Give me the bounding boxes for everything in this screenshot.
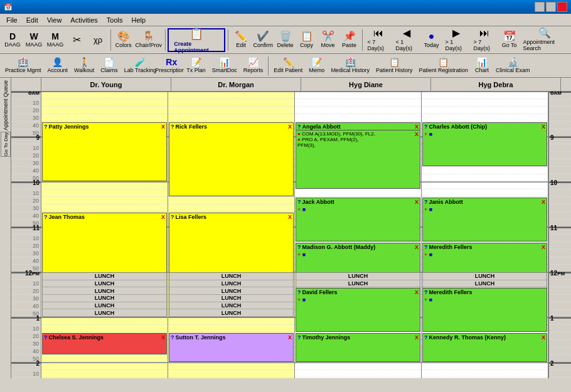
account-icon: 👤	[52, 58, 63, 66]
schedule-container: Appointment Queue Go To Day Dr. Young Dr…	[0, 78, 571, 378]
appointment-block[interactable]: ?Chelsea S. JenningsX	[42, 333, 167, 354]
menu-activities[interactable]: Activities	[67, 15, 101, 25]
col-dr-morgan[interactable]: ?Rick FellersX?Lisa FellersXLUNCHLUNCHLU…	[168, 92, 295, 378]
smartdoc-button[interactable]: 📊 SmartDoc	[210, 55, 240, 77]
maximize-button[interactable]	[546, 2, 556, 12]
move-button[interactable]: ✂️ Move	[318, 28, 338, 52]
appointment-block[interactable]: ?Rick FellersX	[169, 122, 294, 196]
toolbar-1: D DAAG W MAAG M MAAG ✂ χρ 🎨 Colors 🪑 Cha…	[0, 26, 571, 54]
minimize-button[interactable]	[535, 2, 545, 12]
next1-icon: ▶	[452, 28, 460, 38]
appointment-block[interactable]: ?Jack AbbottX+ ■	[296, 198, 420, 241]
daag-icon: D	[9, 32, 16, 41]
title-bar-controls	[535, 2, 567, 12]
scrollbar-header	[561, 78, 571, 91]
medical-history-icon: 🏥	[345, 58, 356, 66]
paste-icon: 📌	[343, 31, 356, 41]
patient-history-button[interactable]: 📋 Patient History	[373, 55, 415, 77]
maag-icon: M	[51, 32, 59, 41]
next7-icon: ⏭	[479, 28, 489, 38]
today-button[interactable]: ● Today	[421, 28, 441, 52]
wm-button[interactable]: W MAAG	[24, 28, 44, 52]
menu-edit[interactable]: Edit	[23, 15, 42, 25]
sep4	[362, 29, 363, 51]
menu-tools[interactable]: Tools	[103, 15, 127, 25]
menu-file[interactable]: File	[3, 15, 21, 25]
walkout-button[interactable]: 🚶 Walkout	[72, 55, 97, 77]
provider-dr-young: Dr. Young	[41, 78, 171, 91]
reports-icon: 📈	[248, 58, 259, 66]
confirm-button[interactable]: ✔️ Confirm	[252, 28, 274, 52]
col-hyg-debra[interactable]: ?Charles Abbott (Chip)X+ ■?Janis AbbottX…	[422, 92, 548, 378]
delete-icon: 🗑️	[279, 31, 292, 41]
prev1-button[interactable]: ◀ < 1 Day(s)	[393, 28, 420, 52]
tx-plan-icon: 📝	[191, 58, 201, 66]
appointment-block[interactable]: ?Timothy JenningsX	[296, 333, 420, 362]
create-appointment-button[interactable]: 📋 Create Appointment	[168, 28, 225, 52]
practice-mgmt-icon: 🏥	[18, 58, 28, 66]
memo-button[interactable]: 📝 Memo	[306, 55, 327, 77]
appointment-block[interactable]: ?Patty JenningsX	[42, 122, 167, 181]
next7-button[interactable]: ⏭ > 7 Day(s)	[471, 28, 498, 52]
copy-button[interactable]: 📋 Copy	[297, 28, 317, 52]
goto-button[interactable]: 📆 Go To	[499, 28, 520, 52]
scissors-button[interactable]: ✂	[67, 28, 87, 52]
provider-hyg-diane: Hyg Diane	[301, 78, 431, 91]
provider-dr-morgan: Dr. Morgan	[171, 78, 301, 91]
smartdoc-icon: 📊	[219, 58, 230, 66]
go-to-day-button[interactable]: Go To Day	[1, 132, 11, 157]
provider-headers: Dr. Young Dr. Morgan Hyg Diane Hyg Debra	[11, 78, 571, 92]
tx-plan-button[interactable]: 📝 Tx Plan	[184, 55, 208, 77]
prev7-icon: ⏮	[373, 28, 383, 38]
goto-icon: 📆	[503, 31, 516, 41]
practice-mgmt-button[interactable]: 🏥 Practice Mgmt	[3, 55, 44, 77]
patient-reg-icon: 📋	[438, 58, 449, 66]
schedule-body[interactable]: 8AM1020304050910203040501010203040501110…	[11, 92, 571, 378]
title-bar-left: 📅	[4, 3, 15, 11]
chart-button[interactable]: 📊 Chart	[472, 55, 492, 77]
appointment-block[interactable]: ?Meredith Fellers+ ■	[422, 288, 547, 332]
sep3	[228, 29, 228, 51]
reports-button[interactable]: 📈 Reports	[241, 55, 266, 77]
script-icon: χρ	[93, 36, 102, 44]
memo-icon: 📝	[311, 58, 322, 66]
appointment-block[interactable]: ?Janis AbbottX+ ■	[422, 198, 547, 241]
copy-icon: 📋	[301, 31, 313, 41]
edit-patient-icon: ✏️	[283, 58, 294, 66]
next1-button[interactable]: ▶ > 1 Day(s)	[442, 28, 469, 52]
daag-button[interactable]: D DAAG	[3, 28, 23, 52]
appointment-detail-block[interactable]: ● COM A(13,MOD), PFM(30), FL2,● PRO A, P…	[296, 130, 420, 189]
delete-button[interactable]: 🗑️ Delete	[275, 28, 296, 52]
time-column: 8AM1020304050910203040501010203040501110…	[11, 92, 41, 378]
col-hyg-diane[interactable]: ?Angela AbbottX● COM A(13,MOD), PFM(30),…	[295, 92, 422, 378]
prescriptions-button[interactable]: Rx Prescriptions	[160, 55, 183, 77]
clinical-exam-button[interactable]: 🔬 Clinical Exam	[493, 55, 533, 77]
move-icon: ✂️	[322, 31, 334, 41]
appointment-block[interactable]: ?Charles Abbott (Chip)X+ ■	[422, 122, 547, 166]
appt-search-button[interactable]: 🔍 Appointment Search	[521, 28, 568, 52]
appointment-block[interactable]: ?David FellersX+ ■	[296, 288, 420, 332]
appt-queue-label: Appointment Queue	[3, 80, 9, 130]
chair-prov-script-button[interactable]: χρ	[88, 28, 108, 52]
lab-tracking-button[interactable]: 🧪 Lab Tracking	[122, 55, 159, 77]
prev7-button[interactable]: ⏮ < 7 Day(s)	[365, 28, 392, 52]
appointment-block[interactable]: ?Sutton T. JenningsX	[169, 333, 294, 362]
close-button[interactable]	[557, 2, 567, 12]
menu-view[interactable]: View	[43, 15, 66, 25]
medical-history-button[interactable]: 🏥 Medical History	[328, 55, 372, 77]
edit-patient-button[interactable]: ✏️ Edit Patient	[271, 55, 305, 77]
col-dr-young[interactable]: ?Patty JenningsX?Jean ThomasXLUNCHLUNCHL…	[41, 92, 168, 378]
time-header	[11, 78, 41, 91]
account-button[interactable]: 👤 Account	[45, 55, 71, 77]
appointment-block[interactable]: ?Kennedy R. Thomas (Kenny)X	[422, 333, 547, 362]
chair-prov-button[interactable]: 🪑 Chair/Prov	[135, 28, 163, 52]
sep1	[110, 29, 111, 51]
claims-button[interactable]: 📄 Claims	[98, 55, 120, 77]
colors-button[interactable]: 🎨 Colors	[114, 28, 134, 52]
patient-reg-button[interactable]: 📋 Patient Registration	[416, 55, 471, 77]
menu-help[interactable]: Help	[127, 15, 149, 25]
paste-button[interactable]: 📌 Paste	[339, 28, 360, 52]
schedule-grid: Dr. Young Dr. Morgan Hyg Diane Hyg Debra…	[11, 78, 571, 378]
maag-button[interactable]: M MAAG	[45, 28, 65, 52]
edit-button[interactable]: ✏️ Edit	[231, 28, 251, 52]
